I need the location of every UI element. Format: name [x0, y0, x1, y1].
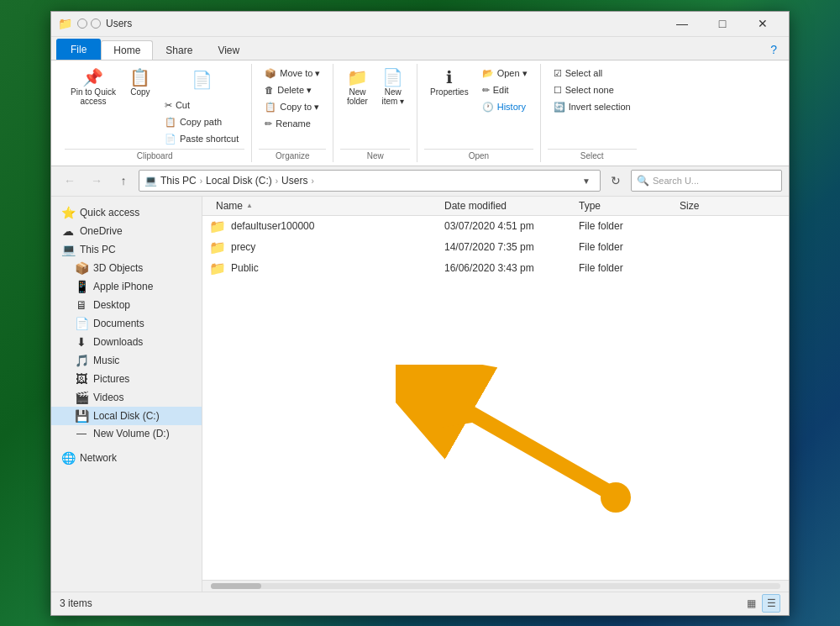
invert-selection-button[interactable]: 🔄 Invert selection — [548, 99, 637, 115]
select-all-label: Select all — [565, 68, 603, 78]
organize-label: Organize — [259, 149, 326, 160]
breadcrumb-this-pc[interactable]: This PC — [160, 175, 197, 187]
sidebar-item-pictures[interactable]: 🖼 Pictures — [51, 370, 202, 388]
delete-icon: 🗑 — [265, 85, 274, 95]
address-bar[interactable]: 💻 This PC › Local Disk (C:) › Users › ▼ — [139, 170, 601, 192]
select-all-button[interactable]: ☑ Select all — [548, 66, 637, 82]
sidebar-item-3d-objects[interactable]: 📦 3D Objects — [51, 259, 202, 277]
properties-icon: ℹ — [446, 69, 453, 86]
file-row-precy[interactable]: 📁 precy 14/07/2020 7:35 pm File folder — [202, 237, 789, 258]
new-folder-icon: 📁 — [347, 69, 368, 86]
file-row-public[interactable]: 📁 Public 16/06/2020 3:43 pm File folder — [202, 258, 789, 279]
cut-button[interactable]: ✂ Cut — [159, 97, 244, 113]
breadcrumb-users[interactable]: Users — [281, 175, 307, 187]
apple-iphone-icon: 📱 — [75, 280, 88, 293]
col-type[interactable]: Type — [572, 200, 673, 212]
help-button[interactable]: ? — [764, 39, 784, 60]
sidebar-item-documents[interactable]: 📄 Documents — [51, 314, 202, 333]
history-button[interactable]: 🕐 History — [476, 99, 533, 115]
refresh-button[interactable]: ↻ — [604, 169, 627, 192]
forward-button[interactable]: → — [85, 169, 108, 192]
sidebar-item-downloads[interactable]: ⬇ Downloads — [51, 333, 202, 351]
sidebar-item-local-disk-c[interactable]: 💾 Local Disk (C:) — [51, 407, 202, 425]
sidebar-item-network[interactable]: 🌐 Network — [51, 449, 202, 467]
delete-button[interactable]: 🗑 Delete ▾ — [259, 82, 326, 98]
details-view-button[interactable]: ☰ — [762, 594, 780, 613]
tab-view[interactable]: View — [205, 40, 252, 60]
minimize-button[interactable]: — — [663, 12, 701, 35]
edit-label: Edit — [493, 85, 509, 95]
sidebar-item-label-documents: Documents — [93, 318, 144, 329]
properties-button[interactable]: ℹ Properties — [424, 66, 475, 100]
horizontal-scrollbar[interactable] — [202, 580, 789, 592]
sidebar-item-onedrive[interactable]: ☁ OneDrive — [51, 222, 202, 240]
sidebar-item-apple-iphone[interactable]: 📱 Apple iPhone — [51, 277, 202, 296]
paste-shortcut-button[interactable]: 📄 Paste shortcut — [159, 131, 244, 147]
rename-button[interactable]: ✏ Rename — [259, 116, 326, 132]
new-folder-label: New folder — [347, 87, 368, 106]
select-all-icon: ☑ — [554, 68, 562, 79]
sidebar-item-music[interactable]: 🎵 Music — [51, 351, 202, 370]
edit-button[interactable]: ✏ Edit — [476, 82, 533, 98]
tab-file[interactable]: File — [56, 39, 101, 60]
sidebar-item-new-volume-d[interactable]: — New Volume (D:) — [51, 425, 202, 442]
sidebar-item-label-onedrive: OneDrive — [80, 225, 123, 237]
folder-icon-precy: 📁 — [209, 239, 226, 255]
sidebar-item-label-iphone: Apple iPhone — [93, 281, 153, 292]
col-size[interactable]: Size — [673, 200, 789, 212]
sidebar-item-desktop[interactable]: 🖥 Desktop — [51, 296, 202, 314]
search-icon: 🔍 — [637, 175, 649, 187]
close-button[interactable]: ✕ — [743, 12, 782, 35]
downloads-icon: ⬇ — [75, 335, 88, 349]
move-to-button[interactable]: 📦 Move to ▾ — [259, 66, 326, 82]
address-dropdown-button[interactable]: ▼ — [578, 170, 595, 192]
open-button[interactable]: 📂 Open ▾ — [476, 66, 533, 82]
copy-to-icon: 📋 — [265, 102, 276, 113]
file-row-defaultuser[interactable]: 📁 defaultuser100000 03/07/2020 4:51 pm F… — [202, 216, 789, 237]
tab-home[interactable]: Home — [101, 40, 153, 60]
col-name[interactable]: Name ▲ — [202, 200, 438, 212]
file-explorer-window: 📁 Users — □ ✕ File Home Share View ? — [50, 11, 790, 616]
move-to-label: Move to ▾ — [280, 68, 320, 79]
file-list: 📁 defaultuser100000 03/07/2020 4:51 pm F… — [202, 216, 789, 580]
scrollbar-thumb[interactable] — [211, 583, 261, 589]
sidebar-item-label-network: Network — [80, 452, 117, 464]
cut-icon: ✂ — [165, 100, 172, 111]
select-none-button[interactable]: ☐ Select none — [548, 82, 637, 98]
cut-label: Cut — [176, 100, 190, 110]
maximize-button[interactable]: □ — [703, 12, 742, 35]
ribbon-content: 📌 Pin to Quick access 📋 Copy 📄 — [51, 60, 789, 166]
paste-group: 📄 ✂ Cut 📋 Copy path — [159, 66, 244, 147]
sidebar-item-label-quick-access: Quick access — [80, 207, 139, 218]
paste-button[interactable]: 📄 — [186, 66, 218, 94]
documents-icon: 📄 — [75, 317, 88, 330]
sidebar-item-quick-access[interactable]: ⭐ Quick access — [51, 203, 202, 222]
ribbon-tabs: File Home Share View ? — [51, 37, 789, 60]
sidebar-item-videos[interactable]: 🎬 Videos — [51, 388, 202, 407]
copy-to-button[interactable]: 📋 Copy to ▾ — [259, 99, 326, 115]
copy-to-label: Copy to ▾ — [280, 102, 319, 113]
folder-icon-defaultuser: 📁 — [209, 218, 226, 234]
search-bar[interactable]: 🔍 Search U... — [631, 170, 782, 192]
tab-share[interactable]: Share — [153, 40, 205, 60]
copy-button[interactable]: 📋 Copy — [123, 66, 157, 100]
new-item-button[interactable]: 📄 New item ▾ — [375, 66, 410, 109]
copy-path-button[interactable]: 📋 Copy path — [159, 114, 244, 130]
organize-col: 📦 Move to ▾ 🗑 Delete ▾ 📋 Copy to ▾ — [259, 66, 326, 132]
open-label: Open — [424, 149, 533, 160]
move-to-icon: 📦 — [265, 68, 276, 79]
title-bar-left: 📁 Users — [58, 17, 132, 30]
up-button[interactable]: ↑ — [112, 169, 135, 192]
breadcrumb-local-disk[interactable]: Local Disk (C:) — [206, 175, 272, 187]
back-button[interactable]: ← — [58, 169, 81, 192]
pin-button[interactable]: 📌 Pin to Quick access — [65, 66, 122, 109]
address-pc-icon: 💻 — [144, 175, 157, 187]
status-bar: 3 items ▦ ☰ — [51, 592, 789, 615]
sidebar-item-label-new-volume-d: New Volume (D:) — [93, 428, 170, 439]
open-col: 📂 Open ▾ ✏ Edit 🕐 History — [476, 66, 533, 115]
delete-label: Delete ▾ — [277, 85, 312, 96]
col-date[interactable]: Date modified — [438, 200, 572, 212]
new-folder-button[interactable]: 📁 New folder — [340, 66, 374, 109]
large-icons-view-button[interactable]: ▦ — [742, 594, 760, 613]
sidebar-item-this-pc[interactable]: 💻 This PC — [51, 240, 202, 259]
